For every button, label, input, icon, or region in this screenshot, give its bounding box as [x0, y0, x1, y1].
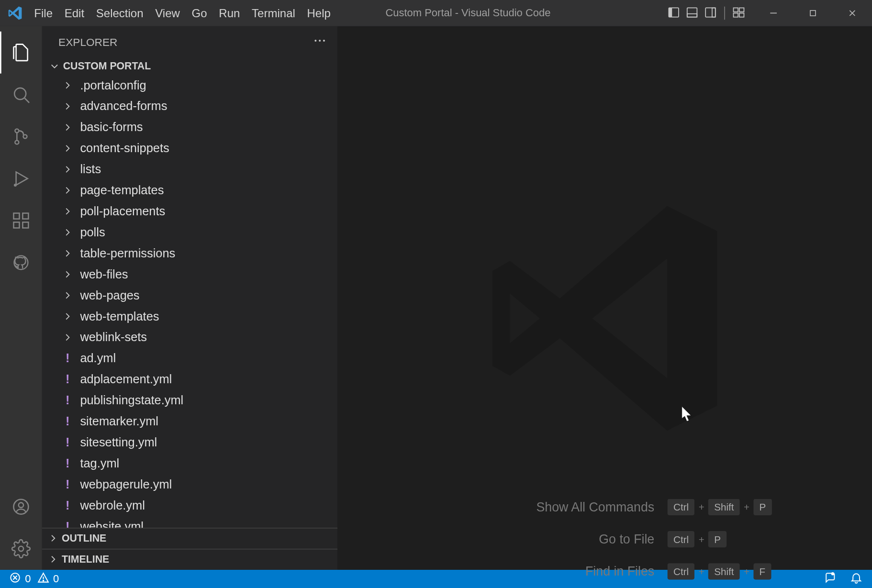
svg-rect-23 — [22, 213, 28, 219]
tree-root[interactable]: CUSTOM PORTAL — [42, 58, 337, 75]
key: Shift — [708, 563, 740, 579]
hint-goto-file: Go to File Ctrl+ P — [438, 531, 772, 547]
file-item[interactable]: !ad.yml — [42, 348, 337, 369]
file-item[interactable]: !sitesetting.yml — [42, 432, 337, 453]
folder-item[interactable]: web-files — [42, 264, 337, 285]
menu-view[interactable]: View — [149, 1, 186, 24]
activity-source-control[interactable] — [0, 115, 42, 157]
layout-right-icon[interactable] — [702, 3, 719, 23]
maximize-button[interactable] — [793, 0, 832, 26]
chevron-right-icon — [60, 205, 75, 217]
activity-search[interactable] — [0, 74, 42, 116]
warnings-icon[interactable] — [37, 572, 49, 586]
folder-item[interactable]: web-pages — [42, 285, 337, 306]
chevron-down-icon — [49, 60, 61, 72]
file-item[interactable]: !tag.yml — [42, 453, 337, 474]
file-item[interactable]: !sitemarker.yml — [42, 411, 337, 432]
minimize-button[interactable] — [754, 0, 793, 26]
welcome-hints: Show All Commands Ctrl+ Shift+ P Go to F… — [438, 499, 772, 588]
chevron-right-icon — [60, 311, 75, 322]
yaml-file-icon: ! — [60, 435, 75, 450]
activity-settings[interactable] — [0, 528, 42, 570]
file-label: ad.yml — [80, 351, 116, 366]
file-item[interactable]: !publishingstate.yml — [42, 390, 337, 411]
svg-rect-11 — [810, 11, 816, 16]
chevron-right-icon — [47, 533, 59, 544]
file-label: webrole.yml — [80, 498, 145, 512]
menu-go[interactable]: Go — [186, 1, 213, 24]
svg-rect-5 — [712, 8, 715, 17]
warnings-count[interactable]: 0 — [53, 573, 59, 585]
activity-explorer[interactable] — [0, 32, 42, 74]
file-item[interactable]: !adplacement.yml — [42, 369, 337, 390]
folder-item[interactable]: basic-forms — [42, 117, 337, 138]
close-button[interactable] — [833, 0, 872, 26]
layout-left-icon[interactable] — [665, 3, 682, 23]
file-label: sitesetting.yml — [80, 435, 157, 450]
menu-help[interactable]: Help — [301, 1, 336, 24]
customize-layout-icon[interactable] — [730, 3, 748, 23]
menu-selection[interactable]: Selection — [90, 1, 149, 24]
folder-item[interactable]: weblink-sets — [42, 327, 337, 348]
file-item[interactable]: !webpagerule.yml — [42, 474, 337, 495]
file-label: adplacement.yml — [80, 372, 172, 387]
timeline-label: TIMELINE — [62, 554, 109, 566]
folder-item[interactable]: poll-placements — [42, 201, 337, 222]
svg-rect-1 — [669, 8, 672, 17]
file-item[interactable]: !website.yml — [42, 516, 337, 527]
activity-run-debug[interactable] — [0, 157, 42, 200]
menu-run[interactable]: Run — [213, 1, 246, 24]
svg-point-18 — [23, 134, 27, 138]
hint-keys: Ctrl+ Shift+ P — [668, 499, 772, 515]
section-timeline[interactable]: TIMELINE — [42, 549, 337, 570]
activity-accounts[interactable] — [0, 486, 42, 528]
chevron-right-icon — [60, 289, 75, 301]
folder-item[interactable]: table-permissions — [42, 243, 337, 264]
explorer-header: EXPLORER — [42, 26, 337, 58]
chevron-right-icon — [60, 268, 75, 280]
layout-controls — [665, 3, 747, 23]
explorer-more-icon[interactable] — [313, 33, 327, 51]
svg-point-28 — [314, 40, 316, 42]
folder-item[interactable]: web-templates — [42, 306, 337, 327]
svg-rect-4 — [705, 8, 715, 17]
key: P — [708, 531, 727, 547]
menu-file[interactable]: File — [28, 1, 58, 24]
yaml-file-icon: ! — [60, 372, 75, 387]
folder-item[interactable]: lists — [42, 159, 337, 180]
yaml-file-icon: ! — [60, 498, 75, 512]
svg-point-36 — [832, 573, 834, 575]
activity-github[interactable] — [0, 242, 42, 284]
folder-item[interactable]: polls — [42, 222, 337, 243]
outline-label: OUTLINE — [62, 533, 106, 544]
svg-rect-3 — [687, 13, 697, 17]
section-outline[interactable]: OUTLINE — [42, 528, 337, 549]
folder-label: lists — [80, 162, 101, 177]
errors-count[interactable]: 0 — [25, 573, 31, 585]
yaml-file-icon: ! — [60, 393, 75, 408]
file-label: website.yml — [80, 519, 144, 528]
separator — [724, 7, 725, 20]
hint-label: Go to File — [438, 532, 655, 547]
folder-item[interactable]: page-templates — [42, 180, 337, 201]
explorer-title: EXPLORER — [58, 36, 117, 48]
menu-terminal[interactable]: Terminal — [246, 1, 301, 24]
activity-extensions[interactable] — [0, 200, 42, 242]
folder-label: .portalconfig — [80, 78, 146, 92]
svg-point-14 — [14, 88, 26, 100]
svg-point-19 — [14, 184, 16, 186]
folder-item[interactable]: .portalconfig — [42, 75, 337, 96]
notifications-icon[interactable] — [850, 571, 862, 587]
file-item[interactable]: !webrole.yml — [42, 495, 337, 516]
vscode-logo-icon — [8, 6, 22, 20]
hint-show-all-commands: Show All Commands Ctrl+ Shift+ P — [438, 499, 772, 515]
errors-icon[interactable] — [9, 572, 21, 586]
svg-point-35 — [43, 580, 44, 581]
folder-item[interactable]: content-snippets — [42, 138, 337, 159]
chevron-right-icon — [60, 332, 75, 344]
sidebar-explorer: EXPLORER CUSTOM PORTAL .portalconfigadva… — [42, 26, 337, 570]
menu-edit[interactable]: Edit — [58, 1, 90, 24]
folder-item[interactable]: advanced-forms — [42, 96, 337, 117]
feedback-icon[interactable] — [823, 571, 836, 587]
layout-bottom-icon[interactable] — [683, 3, 701, 23]
